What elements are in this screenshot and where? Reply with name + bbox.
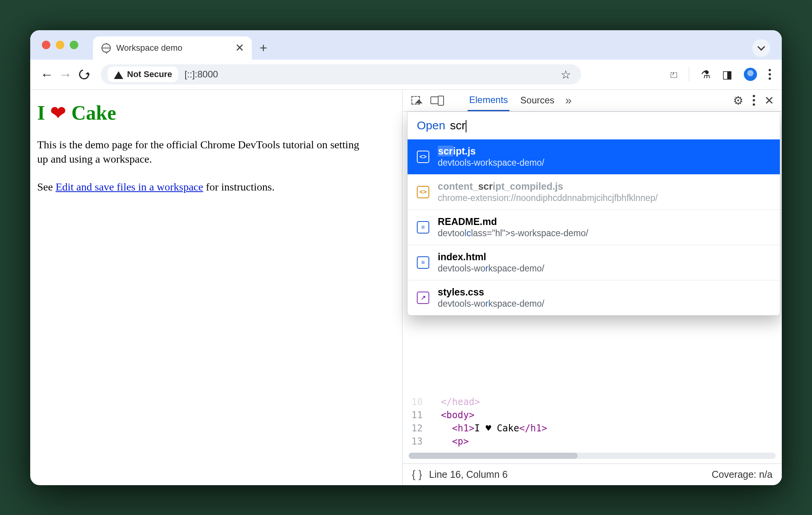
- device-toolbar-button[interactable]: [430, 95, 441, 106]
- quick-open-input[interactable]: Open scr: [408, 112, 780, 139]
- browser-toolbar: ← → Not Secure [::]:8000 ☆ ⏍ ⚗ ◨: [30, 60, 782, 90]
- text-see: See: [37, 181, 55, 193]
- page-heading: I ❤ Cake: [37, 101, 395, 124]
- file-path: devtools-workspace-demo/: [438, 263, 544, 274]
- code-line: 12 <h1>I ♥ Cake</h1>: [403, 422, 782, 435]
- address-bar[interactable]: Not Secure [::]:8000 ☆: [101, 64, 581, 84]
- heading-part-cake: Cake: [71, 101, 116, 124]
- quick-open-dialog: Open scr <>script.jsdevtools-workspace-d…: [407, 112, 780, 316]
- security-label: Not Secure: [127, 69, 172, 79]
- tab-close-button[interactable]: ✕: [235, 41, 244, 54]
- more-tabs-button[interactable]: »: [565, 94, 572, 107]
- file-type-icon: <>: [417, 151, 429, 163]
- line-number: 12: [403, 423, 430, 434]
- close-window-button[interactable]: [42, 41, 50, 49]
- line-number: 11: [403, 410, 430, 421]
- devtools-statusbar: { } Line 16, Column 6 Coverage: n/a: [403, 464, 782, 485]
- file-name: index.html: [438, 251, 544, 263]
- cursor-position: Line 16, Column 6: [429, 469, 508, 480]
- tab-search-button[interactable]: [752, 39, 770, 57]
- file-name: styles.css: [438, 287, 544, 298]
- line-number: 10: [403, 397, 430, 407]
- text-suffix: for instructions.: [203, 181, 274, 193]
- page-paragraph: This is the demo page for the official C…: [37, 137, 370, 167]
- reload-icon: [77, 67, 91, 81]
- file-path: devtools-workspace-demo/: [438, 158, 544, 168]
- code-line: 11 <body>: [403, 409, 782, 422]
- experiments-button[interactable]: ⚗: [701, 68, 710, 81]
- text-cursor: [466, 120, 466, 132]
- devtools-tabbar: Elements Sources » ⚙ ✕: [403, 90, 782, 112]
- file-path: chrome-extension://noondiphcddnnabmjcihc…: [438, 193, 658, 203]
- chevron-down-icon: [757, 43, 765, 51]
- file-name: content_script_compiled.js: [438, 181, 658, 192]
- quick-open-item[interactable]: <>content_script_compiled.jschrome-exten…: [408, 174, 780, 209]
- line-number: 13: [403, 436, 430, 447]
- bookmark-button[interactable]: ☆: [561, 68, 571, 81]
- chrome-menu-button[interactable]: [769, 69, 771, 80]
- extensions-button[interactable]: ⏍: [671, 68, 677, 81]
- url-text: [::]:8000: [184, 69, 218, 80]
- quick-open-query: scr: [450, 119, 466, 132]
- file-type-icon: ≡: [417, 221, 429, 233]
- heart-icon: ❤: [50, 102, 66, 124]
- file-type-icon: ≡: [417, 256, 429, 269]
- device-icon: [430, 96, 441, 104]
- quick-open-results: <>script.jsdevtools-workspace-demo/<>con…: [408, 139, 780, 315]
- inspect-icon: [411, 96, 420, 105]
- code-line: 10 </head>: [403, 395, 782, 409]
- pretty-print-button[interactable]: { }: [412, 468, 422, 481]
- quick-open-prefix: Open: [417, 119, 445, 132]
- devtools-settings-button[interactable]: ⚙: [733, 94, 743, 107]
- new-tab-button[interactable]: +: [260, 36, 267, 60]
- reload-button[interactable]: [78, 69, 90, 80]
- inspect-element-button[interactable]: [410, 95, 421, 106]
- file-name: README.md: [438, 216, 588, 227]
- horizontal-scrollbar[interactable]: [409, 453, 776, 459]
- heading-part-i: I: [37, 101, 45, 124]
- separator: [689, 67, 689, 81]
- page-instructions: See Edit and save files in a workspace f…: [37, 180, 370, 194]
- browser-tab[interactable]: Workspace demo ✕: [93, 36, 252, 60]
- warning-icon: [114, 67, 123, 79]
- file-type-icon: ↗: [417, 292, 429, 304]
- devtools-menu-button[interactable]: [753, 95, 755, 106]
- security-chip[interactable]: Not Secure: [108, 67, 178, 82]
- quick-open-item[interactable]: ↗styles.cssdevtools-workspace-demo/: [408, 280, 780, 315]
- forward-button[interactable]: →: [60, 69, 71, 80]
- rendered-page: I ❤ Cake This is the demo page for the o…: [30, 90, 402, 485]
- code-line: 13 <p>: [403, 435, 782, 448]
- side-panel-button[interactable]: ◨: [722, 68, 732, 81]
- coverage-status: Coverage: n/a: [712, 469, 772, 480]
- devtools-panel: Elements Sources » ⚙ ✕ Open scr <>script…: [402, 90, 782, 485]
- quick-open-item[interactable]: <>script.jsdevtools-workspace-demo/: [408, 139, 780, 174]
- file-name: script.js: [438, 146, 544, 157]
- back-button[interactable]: ←: [41, 69, 53, 80]
- tab-title: Workspace demo: [116, 43, 182, 53]
- tab-sources[interactable]: Sources: [519, 95, 556, 106]
- devtools-close-button[interactable]: ✕: [764, 94, 774, 107]
- file-type-icon: <>: [417, 186, 429, 198]
- globe-icon: [102, 43, 111, 53]
- tab-strip: Workspace demo ✕ +: [30, 30, 782, 60]
- quick-open-item[interactable]: ≡README.mddevtoolclass="hl">s-workspace-…: [408, 209, 780, 245]
- quick-open-item[interactable]: ≡index.htmldevtools-workspace-demo/: [408, 245, 780, 280]
- file-path: devtoolclass="hl">s-workspace-demo/: [438, 228, 588, 239]
- content-area: I ❤ Cake This is the demo page for the o…: [30, 90, 782, 485]
- tab-elements[interactable]: Elements: [468, 89, 509, 111]
- profile-button[interactable]: [744, 68, 757, 81]
- minimize-window-button[interactable]: [56, 41, 64, 49]
- window-controls: [38, 30, 84, 60]
- workspace-link[interactable]: Edit and save files in a workspace: [55, 181, 203, 193]
- file-path: devtools-workspace-demo/: [438, 299, 544, 309]
- maximize-window-button[interactable]: [70, 41, 78, 49]
- browser-window: Workspace demo ✕ + ← → Not Secure [::]:8…: [30, 30, 782, 485]
